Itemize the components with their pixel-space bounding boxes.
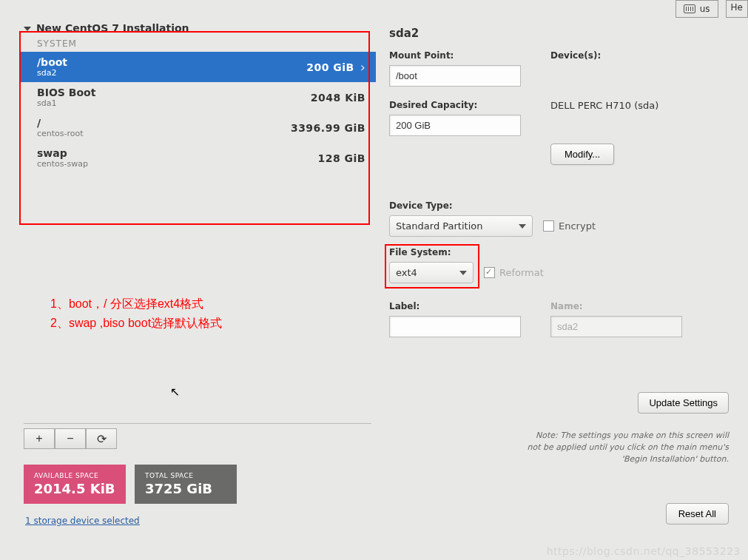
mount: /boot: [37, 56, 67, 68]
mount: /: [37, 117, 84, 129]
device: sda2: [37, 68, 67, 78]
keyboard-layout: us: [700, 4, 710, 14]
mount: BIOS Boot: [37, 87, 95, 98]
device: centos-root: [37, 129, 84, 138]
total-label: TOTAL SPACE: [145, 472, 226, 479]
device-name: DELL PERC H710 (sda): [550, 100, 732, 111]
label-label: Label:: [389, 301, 521, 311]
expand-icon: [24, 27, 31, 31]
install-header[interactable]: New CentOS 7 Installation: [21, 18, 376, 37]
keyboard-indicator[interactable]: us: [675, 0, 718, 18]
mount-point-label: Mount Point:: [389, 50, 521, 61]
cursor-icon: ↖: [170, 385, 180, 399]
partition-list: /boot sda2 200 GiB › BIOS Boot sda1 2048…: [21, 52, 376, 173]
right-header: sda2: [389, 27, 732, 40]
help-button[interactable]: He: [726, 0, 748, 18]
modify-button[interactable]: Modify...: [550, 144, 614, 165]
watermark: https://blog.csdn.net/qq_38553223: [547, 545, 741, 557]
add-button[interactable]: +: [24, 428, 55, 449]
size: 3396.99 GiB: [291, 122, 365, 134]
annotation-text: 1、boot，/ 分区选择ext4格式 2、swap ,biso boot选择默…: [50, 294, 222, 333]
size: 200 GiB: [306, 61, 354, 73]
partition-root[interactable]: / centos-root 3396.99 GiB: [21, 112, 376, 143]
mount-point-input[interactable]: [389, 65, 521, 87]
partition-toolbar: + − ⟳: [24, 423, 371, 449]
encrypt-label: Encrypt: [559, 220, 596, 232]
size: 128 GiB: [317, 152, 365, 164]
name-input: [550, 316, 682, 337]
system-section: SYSTEM: [21, 37, 376, 52]
avail-label: AVAILABLE SPACE: [34, 472, 115, 479]
name-label: Name:: [550, 301, 682, 311]
remove-button[interactable]: −: [55, 428, 86, 449]
annotation-line1: 1、boot，/ 分区选择ext4格式: [50, 294, 222, 314]
label-input[interactable]: [389, 316, 521, 337]
caret-down-icon: [459, 271, 467, 275]
partition-biosboot[interactable]: BIOS Boot sda1 2048 KiB: [21, 82, 376, 112]
mount: swap: [37, 147, 88, 159]
capacity-input[interactable]: [389, 115, 521, 136]
encrypt-checkbox[interactable]: Encrypt: [543, 220, 596, 232]
size: 2048 KiB: [311, 92, 365, 104]
filesystem-value: ext4: [396, 267, 417, 278]
settings-note: Note: The settings you make on this scre…: [522, 430, 729, 465]
keyboard-icon: [684, 4, 695, 13]
reset-all-button[interactable]: Reset All: [666, 503, 729, 524]
device-type-value: Standard Partition: [396, 220, 482, 232]
partition-boot[interactable]: /boot sda2 200 GiB ›: [21, 52, 376, 82]
storage-devices-link[interactable]: 1 storage device selected: [25, 516, 140, 526]
device-type-select[interactable]: Standard Partition: [389, 215, 533, 237]
total-space: TOTAL SPACE 3725 GiB: [135, 465, 237, 504]
device-type-label: Device Type:: [389, 200, 732, 211]
available-space: AVAILABLE SPACE 2014.5 KiB: [24, 465, 126, 504]
reformat-checkbox[interactable]: Reformat: [484, 267, 544, 278]
total-value: 3725 GiB: [145, 481, 226, 496]
devices-label: Device(s):: [550, 50, 732, 61]
install-title: New CentOS 7 Installation: [36, 22, 189, 34]
avail-value: 2014.5 KiB: [34, 481, 115, 496]
filesystem-label: File System:: [389, 247, 732, 257]
device: sda1: [37, 98, 95, 108]
caret-down-icon: [519, 224, 526, 229]
annotation-line2: 2、swap ,biso boot选择默认格式: [50, 314, 222, 333]
partition-swap[interactable]: swap centos-swap 128 GiB: [21, 143, 376, 173]
filesystem-select[interactable]: ext4: [389, 262, 474, 283]
reformat-label: Reformat: [499, 267, 544, 278]
update-settings-button[interactable]: Update Settings: [638, 392, 729, 414]
capacity-label: Desired Capacity:: [389, 100, 521, 110]
chevron-right-icon: ›: [360, 59, 365, 75]
device: centos-swap: [37, 159, 88, 169]
reload-button[interactable]: ⟳: [86, 428, 117, 449]
